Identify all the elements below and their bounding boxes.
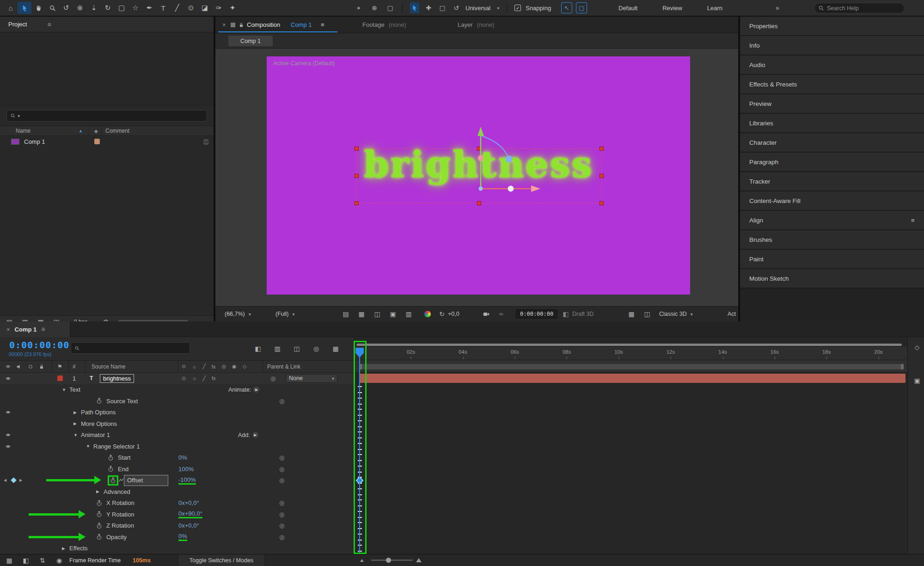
project-search[interactable] xyxy=(6,110,207,122)
universal-icon[interactable]: ↺ xyxy=(452,4,461,12)
property-row-y-rotation[interactable]: Y Rotation0x+90,0°◎ xyxy=(0,509,354,520)
panel-menu-icon[interactable]: ≡ xyxy=(321,17,324,33)
draft-3d-button[interactable]: Draft 3D xyxy=(572,307,594,321)
add-grid-icon[interactable]: ✚ xyxy=(424,2,433,13)
panel-item-motion-sketch[interactable]: Motion Sketch xyxy=(740,269,924,289)
timeline-options-icon[interactable]: ◇ xyxy=(912,344,922,351)
panel-item-preview[interactable]: Preview xyxy=(740,94,924,114)
work-area-bar[interactable] xyxy=(359,364,904,369)
stopwatch-icon-end[interactable] xyxy=(108,463,114,475)
parent-link-column[interactable]: Parent & Link xyxy=(267,361,300,372)
timeline-search-input[interactable] xyxy=(82,345,186,351)
property-label-offset[interactable]: Offset xyxy=(124,475,168,486)
selection-handle[interactable] xyxy=(600,174,604,178)
layer-duration-bar[interactable] xyxy=(359,374,906,383)
lock-column-icon[interactable] xyxy=(39,361,44,372)
property-row-opacity[interactable]: Opacity0%◎ xyxy=(0,531,354,543)
selection-tool-icon[interactable] xyxy=(18,2,31,14)
property-label-text[interactable]: Text xyxy=(69,384,80,396)
label-column-icon[interactable]: ◆ xyxy=(94,126,98,135)
property-value-z-rotation[interactable]: 0x+0,0° xyxy=(178,520,199,532)
resolution-dropdown[interactable]: (Full) xyxy=(275,307,295,321)
track-row-opacity[interactable] xyxy=(354,531,907,543)
property-row-z-rotation[interactable]: Z Rotation0x+0,0°◎ xyxy=(0,520,354,532)
toggle-switches-modes-button[interactable]: Toggle Switches / Modes xyxy=(178,554,265,566)
panel-item-properties[interactable]: Properties xyxy=(740,17,924,36)
orbit-camera-tool-icon[interactable]: ↺ xyxy=(59,2,73,14)
solo-column-icon[interactable] xyxy=(28,361,33,372)
panel-item-brushes[interactable]: Brushes xyxy=(740,230,924,250)
property-label-source-text[interactable]: Source Text xyxy=(106,395,138,407)
puppet-pin-tool-icon[interactable]: ✦ xyxy=(226,2,239,14)
panel-item-align[interactable]: Align≡ xyxy=(740,211,924,230)
shy-switch-icon[interactable]: ⊙ xyxy=(182,363,186,369)
pickwhip-icon[interactable]: ◎ xyxy=(279,509,284,520)
panel-item-tracker[interactable]: Tracker xyxy=(740,172,924,191)
project-panel-header[interactable]: Project ≡ xyxy=(0,17,214,32)
region-of-interest-tool-icon[interactable]: ▢ xyxy=(115,2,129,14)
expand-layer-switches-icon[interactable]: ▦ xyxy=(5,557,14,564)
panel-item-paint[interactable]: Paint xyxy=(740,250,924,269)
stopwatch-icon-source-text[interactable] xyxy=(96,395,102,407)
disclosure-closed-icon[interactable]: ▶ xyxy=(96,486,99,498)
property-row-offset[interactable]: ◀▶Offset-100%◎ xyxy=(0,475,354,486)
panel-menu-icon[interactable]: ≡ xyxy=(41,326,45,333)
retain-frame-icon[interactable]: ◧ xyxy=(21,557,31,564)
timeline-zoom-slider[interactable] xyxy=(371,554,413,566)
disclosure-closed-icon[interactable]: ▶ xyxy=(62,543,65,554)
property-row-x-rotation[interactable]: X Rotation0x+0,0°◎ xyxy=(0,498,354,509)
track-row-offset[interactable] xyxy=(354,475,907,486)
disclosure-open-icon[interactable]: ▼ xyxy=(73,430,78,441)
panel-item-content-aware-fill[interactable]: Content-Aware Fill xyxy=(740,191,924,211)
property-label-range-selector-1[interactable]: Range Selector 1 xyxy=(93,441,140,452)
video-column-icon[interactable] xyxy=(5,361,12,372)
property-row-advanced[interactable]: ▶Advanced xyxy=(0,486,354,498)
next-keyframe-icon[interactable]: ▶ xyxy=(19,475,22,486)
motion-blur-toggle-icon[interactable]: ◎ xyxy=(312,345,321,352)
property-label-more-options[interactable]: More Options xyxy=(81,418,117,430)
brush-tool-icon[interactable]: ╱ xyxy=(170,2,184,14)
track-row-advanced[interactable] xyxy=(354,486,907,498)
source-name-column[interactable]: Source Name xyxy=(92,361,125,372)
layer-row-brightness[interactable]: 1 T brightness ⊙☼╱fx ◎ None xyxy=(0,373,354,384)
parent-pickwhip-icon[interactable]: ◎ xyxy=(270,373,275,384)
selection-handle[interactable] xyxy=(600,201,604,205)
grid-guides-icon[interactable]: ◫ xyxy=(373,310,382,318)
action-safe-button[interactable]: Act xyxy=(728,307,736,321)
pickwhip-icon[interactable]: ◎ xyxy=(279,475,284,486)
local-axis-mode-icon[interactable]: ⌖ xyxy=(354,4,363,12)
property-eye-icon[interactable] xyxy=(5,407,12,418)
selection-handle[interactable] xyxy=(600,147,604,151)
snap-region-icon[interactable]: ▢ xyxy=(576,2,587,13)
transfer-controls-icon[interactable]: ⇅ xyxy=(38,557,47,564)
track-row-source-text[interactable] xyxy=(354,395,907,407)
close-icon[interactable]: × xyxy=(6,326,10,333)
type-tool-icon[interactable]: T xyxy=(156,2,170,14)
track-row-animator-1[interactable] xyxy=(354,430,907,441)
home-icon[interactable]: ⌂ xyxy=(4,2,18,14)
dolly-camera-tool-icon[interactable]: ⇣ xyxy=(87,2,101,14)
panel-menu-icon[interactable]: ≡ xyxy=(911,217,915,224)
property-label-x-rotation[interactable]: X Rotation xyxy=(106,498,135,509)
rotation-tool-icon[interactable]: ↻ xyxy=(101,2,115,14)
mask-visibility-icon[interactable]: ▦ xyxy=(357,310,366,318)
proportional-grid-icon[interactable]: ▢ xyxy=(438,2,447,13)
snapping-label[interactable]: Snapping xyxy=(526,5,551,12)
track-row-path-options[interactable] xyxy=(354,407,907,418)
track-row-range-selector-1[interactable] xyxy=(354,441,907,452)
graph-editor-icon[interactable]: ▦ xyxy=(331,345,340,352)
panel-item-effects-presets[interactable]: Effects & Presets xyxy=(740,75,924,94)
selection-handle[interactable] xyxy=(355,174,359,178)
hand-tool-icon[interactable] xyxy=(31,2,45,14)
layer-fx-icon[interactable]: fx xyxy=(212,375,216,381)
keyframe-navigator-diamond-icon[interactable] xyxy=(12,475,16,486)
property-label-y-rotation[interactable]: Y Rotation xyxy=(106,509,134,520)
layer-label-color[interactable] xyxy=(57,373,63,384)
adjustment-switch-icon[interactable]: ◉ xyxy=(232,363,237,369)
time-navigator-bar[interactable] xyxy=(356,344,902,346)
stopwatch-icon-z-rotation[interactable] xyxy=(96,520,102,532)
fx-switch-icon[interactable]: fx xyxy=(212,364,216,369)
pickwhip-icon[interactable]: ◎ xyxy=(279,498,284,509)
panel-item-audio[interactable]: Audio xyxy=(740,55,924,75)
lock-icon[interactable] xyxy=(239,17,244,33)
